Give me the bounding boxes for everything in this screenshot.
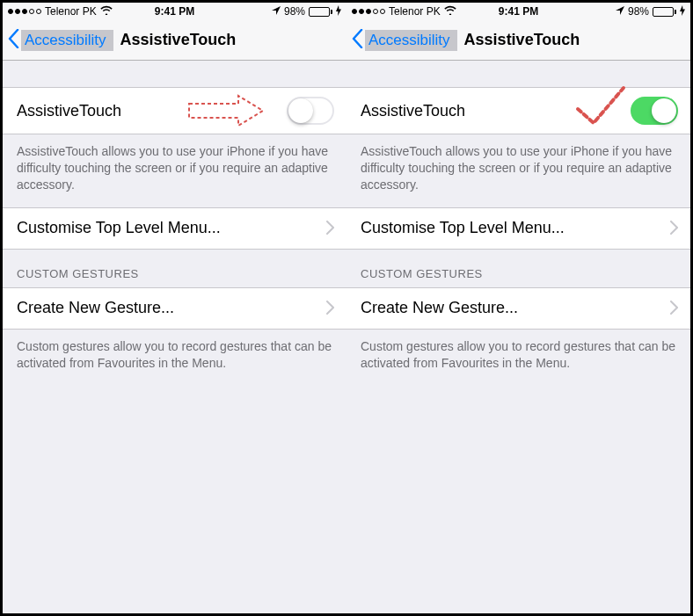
create-gesture-row[interactable]: Create New Gesture... <box>346 287 690 330</box>
spacer <box>346 61 690 87</box>
customise-menu-row[interactable]: Customise Top Level Menu... <box>3 207 346 250</box>
screenshot-container: Telenor PK 9:41 PM 98% <box>0 0 693 616</box>
status-bar: Telenor PK 9:41 PM 98% <box>346 3 690 20</box>
wifi-icon <box>444 5 456 18</box>
signal-strength-icon <box>352 9 385 14</box>
nav-bar: Accessibility AssistiveTouch <box>346 20 690 61</box>
back-label: Accessibility <box>368 32 450 49</box>
assistivetouch-footer: AssistiveTouch allows you to use your iP… <box>346 134 690 207</box>
create-gesture-label: Create New Gesture... <box>361 299 663 317</box>
location-icon <box>272 5 281 18</box>
pane-left: Telenor PK 9:41 PM 98% <box>3 3 346 613</box>
chevron-right-icon <box>326 217 334 240</box>
customise-menu-label: Customise Top Level Menu... <box>17 219 319 237</box>
carrier-label: Telenor PK <box>45 5 97 18</box>
battery-pct: 98% <box>628 5 649 18</box>
annotation-arrow-icon <box>187 93 266 128</box>
custom-gestures-header: CUSTOM GESTURES <box>346 250 690 287</box>
nav-title: AssistiveTouch <box>464 31 580 49</box>
status-left: Telenor PK <box>8 5 113 18</box>
back-chevron-icon <box>8 28 19 53</box>
custom-gestures-header: CUSTOM GESTURES <box>3 250 346 287</box>
spacer <box>3 61 346 87</box>
location-icon <box>616 5 624 18</box>
chevron-right-icon <box>326 297 334 320</box>
status-bar: Telenor PK 9:41 PM 98% <box>3 3 346 20</box>
create-gesture-label: Create New Gesture... <box>17 299 319 317</box>
assistivetouch-footer: AssistiveTouch allows you to use your iP… <box>3 134 346 207</box>
back-button[interactable]: Accessibility <box>352 28 457 53</box>
charging-icon <box>336 5 341 18</box>
chevron-right-icon <box>670 217 678 240</box>
annotation-check-icon <box>574 84 627 128</box>
create-gesture-row[interactable]: Create New Gesture... <box>3 287 346 330</box>
battery-icon <box>309 7 332 17</box>
carrier-label: Telenor PK <box>389 5 441 18</box>
status-right: 98% <box>272 5 341 18</box>
customise-menu-label: Customise Top Level Menu... <box>361 219 663 237</box>
custom-gestures-footer: Custom gestures allow you to record gest… <box>3 330 346 386</box>
chevron-right-icon <box>670 297 678 320</box>
assistivetouch-toggle-row[interactable]: AssistiveTouch <box>346 87 690 134</box>
status-left: Telenor PK <box>352 5 456 18</box>
customise-menu-row[interactable]: Customise Top Level Menu... <box>346 207 690 250</box>
battery-icon <box>653 7 676 17</box>
status-right: 98% <box>616 5 685 18</box>
pane-right: Telenor PK 9:41 PM 98% <box>346 3 690 613</box>
assistivetouch-switch[interactable] <box>631 97 678 125</box>
nav-title: AssistiveTouch <box>120 31 237 49</box>
battery-pct: 98% <box>284 5 305 18</box>
back-chevron-icon <box>352 28 363 53</box>
nav-bar: Accessibility AssistiveTouch <box>3 20 346 61</box>
wifi-icon <box>100 5 113 18</box>
signal-strength-icon <box>8 9 41 14</box>
charging-icon <box>680 5 685 18</box>
back-label: Accessibility <box>25 32 106 49</box>
assistivetouch-toggle-row[interactable]: AssistiveTouch <box>3 87 346 134</box>
custom-gestures-footer: Custom gestures allow you to record gest… <box>346 330 690 386</box>
back-button[interactable]: Accessibility <box>8 28 113 53</box>
assistivetouch-switch[interactable] <box>287 97 334 125</box>
